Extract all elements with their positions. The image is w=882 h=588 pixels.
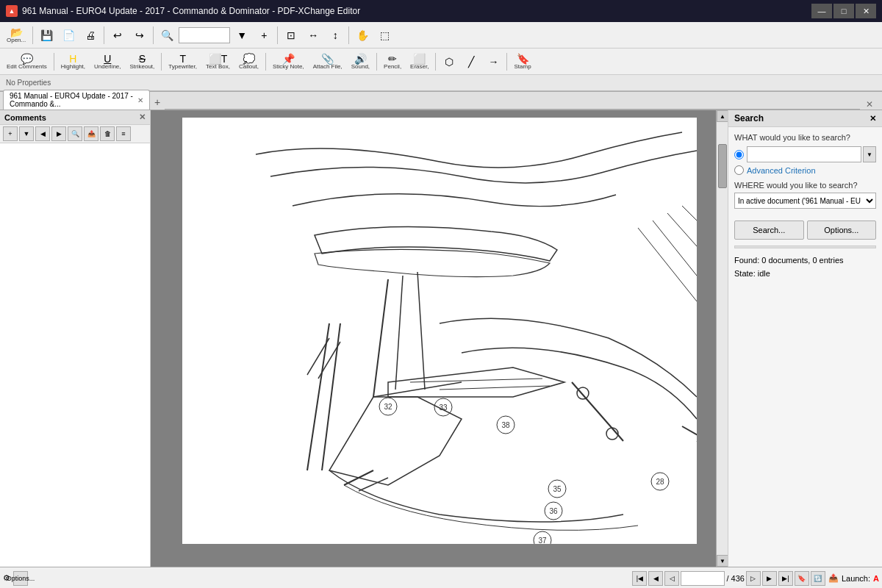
refresh-button[interactable]: 🔃 bbox=[811, 571, 825, 586]
pdf-diagram: 32 33 38 35 36 37 28 bbox=[182, 118, 697, 544]
save-button[interactable]: 💾 bbox=[36, 28, 57, 43]
search-title: Search bbox=[734, 113, 764, 123]
comments-content bbox=[0, 143, 150, 567]
next-page-btn2[interactable]: ▷ bbox=[746, 571, 761, 586]
fit-width-button[interactable]: ↔ bbox=[303, 28, 323, 43]
print-button[interactable]: 🖨 bbox=[80, 28, 101, 43]
comments-export-button[interactable]: 📤 bbox=[84, 126, 98, 141]
search-text-input[interactable]: interlock 107 error 1503 bbox=[747, 146, 861, 162]
bookmark-button[interactable]: 🔖 bbox=[795, 571, 809, 586]
svg-text:33: 33 bbox=[439, 404, 448, 412]
attach-file-button[interactable]: 📎 Attach File, bbox=[309, 51, 346, 72]
svg-text:32: 32 bbox=[384, 403, 392, 411]
advanced-criterion-row: Advanced Criterion bbox=[734, 165, 876, 175]
vertical-scrollbar[interactable]: ▲ ▼ bbox=[716, 110, 728, 567]
search-panel-header: Search ✕ bbox=[728, 110, 882, 127]
zoom-dropdown[interactable]: ▼ bbox=[232, 28, 252, 43]
advanced-criterion-label[interactable]: Advanced Criterion bbox=[747, 166, 816, 175]
line-button[interactable]: ╱ bbox=[461, 54, 481, 69]
typewriter-button[interactable]: T Typewriter, bbox=[165, 51, 201, 72]
maximize-button[interactable]: □ bbox=[833, 4, 854, 18]
comments-panel: Comments ✕ + ▼ ◀ ▶ 🔍 📤 🗑 ≡ bbox=[0, 110, 151, 567]
comments-options-button[interactable]: ≡ bbox=[116, 126, 131, 141]
results-count: 0 documents, 0 entries bbox=[761, 256, 843, 265]
comments-search-button[interactable]: 🔍 bbox=[68, 126, 82, 141]
comments-prev-button[interactable]: ◀ bbox=[35, 126, 50, 141]
last-page-button[interactable]: ▶| bbox=[778, 571, 793, 586]
svg-text:28: 28 bbox=[656, 478, 664, 486]
search-progress-bar bbox=[734, 245, 876, 248]
save-as-button[interactable]: 📄 bbox=[58, 28, 79, 43]
close-button[interactable]: ✕ bbox=[856, 4, 876, 18]
app-icon: ▲ bbox=[6, 5, 18, 17]
edit-comments-button[interactable]: 💬 Edit Comments bbox=[3, 51, 51, 72]
where-select-row: In active document ('961 Manual - EU bbox=[734, 193, 876, 215]
svg-rect-0 bbox=[182, 118, 697, 544]
underline-button[interactable]: U Underline, bbox=[90, 51, 124, 72]
first-page-button[interactable]: |◀ bbox=[632, 571, 647, 586]
text-box-button[interactable]: ⬜T Text Box, bbox=[202, 51, 234, 72]
page-separator: / 436 bbox=[726, 574, 744, 583]
pencil-button[interactable]: ✏ Pencil, bbox=[380, 51, 405, 72]
select-tool-button[interactable]: ⬚ bbox=[374, 28, 395, 43]
strikeout-button[interactable]: S Strikeout, bbox=[126, 51, 159, 72]
page-navigation: |◀ ◀ ◁ 328 / 436 ▷ ▶ ▶| 🔖 🔃 bbox=[632, 571, 825, 586]
zoom-out-button[interactable]: 🔍 bbox=[157, 28, 177, 43]
scroll-thumb[interactable] bbox=[718, 144, 727, 188]
simple-criterion-radio[interactable] bbox=[734, 150, 744, 159]
advanced-criterion-radio[interactable] bbox=[734, 165, 744, 175]
minimize-button[interactable]: — bbox=[811, 4, 832, 18]
tab-add-button[interactable]: + bbox=[150, 95, 165, 110]
comments-filter-button[interactable]: ▼ bbox=[19, 126, 34, 141]
prev-page-btn2[interactable]: ◁ bbox=[664, 571, 679, 586]
svg-text:38: 38 bbox=[501, 421, 510, 429]
window-controls: — □ ✕ bbox=[811, 4, 876, 18]
where-select[interactable]: In active document ('961 Manual - EU bbox=[734, 193, 876, 209]
zoom-in-button[interactable]: + bbox=[254, 28, 274, 43]
options-button[interactable]: Options... bbox=[807, 220, 877, 240]
prev-page-button[interactable]: ◀ bbox=[648, 571, 663, 586]
scroll-up-button[interactable]: ▲ bbox=[717, 110, 728, 122]
tab-main-label: 961 Manual - EURO4 Update - 2017 - Comma… bbox=[10, 92, 135, 108]
search-dropdown-button[interactable]: ▼ bbox=[863, 146, 876, 162]
launch-label: Launch: bbox=[842, 574, 870, 583]
zoom-input[interactable]: 161.45% bbox=[179, 27, 230, 43]
stamp-button[interactable]: 🔖 Stamp bbox=[510, 51, 534, 72]
comments-add-button[interactable]: + bbox=[3, 126, 18, 141]
search-body: WHAT would you like to search? interlock… bbox=[728, 127, 882, 567]
arrow-button[interactable]: → bbox=[483, 54, 503, 69]
undo-button[interactable]: ↩ bbox=[107, 28, 128, 43]
tab-close-icon[interactable]: ✕ bbox=[137, 96, 143, 104]
pdf-viewer[interactable]: 32 33 38 35 36 37 28 bbox=[151, 110, 728, 567]
sound-button[interactable]: 🔊 Sound, bbox=[348, 51, 373, 72]
sticky-note-button[interactable]: 📌 Sticky Note, bbox=[269, 51, 308, 72]
panel-close-button[interactable]: ✕ bbox=[860, 99, 879, 110]
hand-tool-button[interactable]: ✋ bbox=[352, 28, 373, 43]
state-value: idle bbox=[758, 269, 770, 278]
search-buttons: Search... Options... bbox=[734, 220, 876, 240]
eraser-button[interactable]: ⬜ Eraser, bbox=[406, 51, 432, 72]
redo-button[interactable]: ↪ bbox=[129, 28, 150, 43]
state-label: State: bbox=[734, 269, 756, 278]
properties-bar: No Properties bbox=[0, 75, 882, 91]
search-button[interactable]: Search... bbox=[734, 220, 804, 240]
comments-close-button[interactable]: ✕ bbox=[139, 112, 146, 122]
scroll-down-button[interactable]: ▼ bbox=[717, 555, 728, 567]
open-button[interactable]: 📂 Open... bbox=[3, 25, 29, 46]
shapes-button[interactable]: ⬡ bbox=[439, 54, 459, 69]
scroll-track[interactable] bbox=[717, 122, 728, 555]
comments-toolbar: + ▼ ◀ ▶ 🔍 📤 🗑 ≡ bbox=[0, 125, 150, 143]
status-right: 📤 Launch: A bbox=[828, 573, 879, 583]
callout-button[interactable]: 💭 Callout, bbox=[235, 51, 262, 72]
highlight-button[interactable]: H Highlight, bbox=[57, 51, 89, 72]
page-input[interactable]: 328 bbox=[681, 571, 725, 586]
next-page-button[interactable]: ▶ bbox=[762, 571, 777, 586]
tab-main[interactable]: 961 Manual - EURO4 Update - 2017 - Comma… bbox=[3, 90, 150, 110]
status-options-button[interactable]: Options... bbox=[13, 571, 28, 586]
simple-criterion-row: interlock 107 error 1503 ▼ bbox=[734, 146, 876, 162]
comments-trash-button[interactable]: 🗑 bbox=[100, 126, 115, 141]
search-close-button[interactable]: ✕ bbox=[870, 114, 876, 123]
fit-height-button[interactable]: ↕ bbox=[325, 28, 345, 43]
comments-next-button[interactable]: ▶ bbox=[51, 126, 66, 141]
fit-page-button[interactable]: ⊡ bbox=[281, 28, 301, 43]
